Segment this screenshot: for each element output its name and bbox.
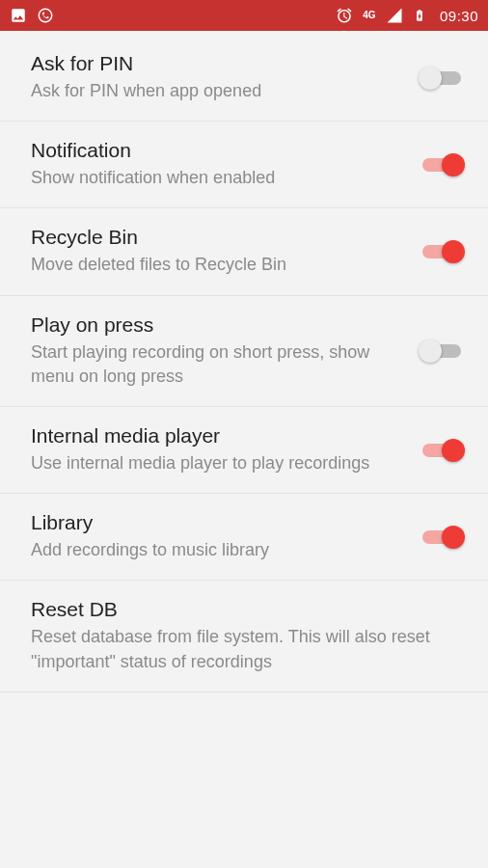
setting-title: Internal media player [31, 424, 403, 448]
setting-text: Internal media playerUse internal media … [31, 424, 419, 475]
clock: 09:30 [440, 8, 478, 24]
setting-desc: Reset database from file system. This wi… [31, 625, 449, 673]
setting-row: NotificationShow notification when enabl… [0, 122, 488, 208]
setting-row[interactable]: Reset DBReset database from file system.… [0, 581, 488, 692]
setting-text: LibraryAdd recordings to music library [31, 511, 419, 562]
toggle-thumb [419, 339, 442, 363]
setting-text: NotificationShow notification when enabl… [31, 139, 419, 190]
toggle-switch[interactable] [419, 240, 465, 263]
setting-title: Library [31, 511, 403, 534]
setting-title: Notification [31, 139, 403, 162]
toggle-switch[interactable] [419, 439, 465, 462]
status-bar: 4G 09:30 [0, 0, 488, 31]
gallery-icon [10, 7, 27, 24]
toggle-switch[interactable] [419, 153, 465, 176]
network-icon: 4G [361, 7, 378, 24]
setting-row: Play on pressStart playing recording on … [0, 296, 488, 407]
setting-title: Recycle Bin [31, 226, 403, 249]
setting-desc: Use internal media player to play record… [31, 451, 403, 475]
setting-title: Play on press [31, 313, 403, 337]
setting-title: Reset DB [31, 598, 449, 621]
status-left [10, 7, 54, 24]
setting-row: Internal media playerUse internal media … [0, 407, 488, 494]
settings-list: Ask for PINAsk for PIN when app openedNo… [0, 31, 488, 692]
toggle-thumb [419, 67, 442, 90]
signal-icon [386, 7, 403, 24]
battery-charging-icon [411, 7, 428, 24]
toggle-switch[interactable] [419, 526, 465, 549]
setting-desc: Start playing recording on short press, … [31, 340, 403, 389]
phone-icon [37, 7, 54, 24]
setting-text: Play on pressStart playing recording on … [31, 313, 419, 389]
toggle-switch[interactable] [419, 339, 465, 363]
status-right: 4G 09:30 [336, 7, 478, 24]
setting-text: Ask for PINAsk for PIN when app opened [31, 52, 419, 103]
setting-desc: Ask for PIN when app opened [31, 79, 403, 103]
setting-desc: Move deleted files to Recycle Bin [31, 253, 403, 277]
network-label: 4G [363, 11, 375, 20]
toggle-thumb [442, 439, 465, 462]
setting-desc: Show notification when enabled [31, 166, 403, 190]
alarm-icon [336, 7, 353, 24]
toggle-thumb [442, 526, 465, 549]
toggle-thumb [442, 153, 465, 176]
setting-text: Reset DBReset database from file system.… [31, 598, 465, 673]
setting-desc: Add recordings to music library [31, 538, 403, 562]
setting-row: Recycle BinMove deleted files to Recycle… [0, 208, 488, 295]
setting-row: LibraryAdd recordings to music library [0, 494, 488, 581]
toggle-thumb [442, 240, 465, 263]
setting-title: Ask for PIN [31, 52, 403, 75]
setting-row: Ask for PINAsk for PIN when app opened [0, 35, 488, 122]
toggle-switch[interactable] [419, 67, 465, 90]
svg-point-0 [39, 9, 52, 22]
setting-text: Recycle BinMove deleted files to Recycle… [31, 226, 419, 277]
